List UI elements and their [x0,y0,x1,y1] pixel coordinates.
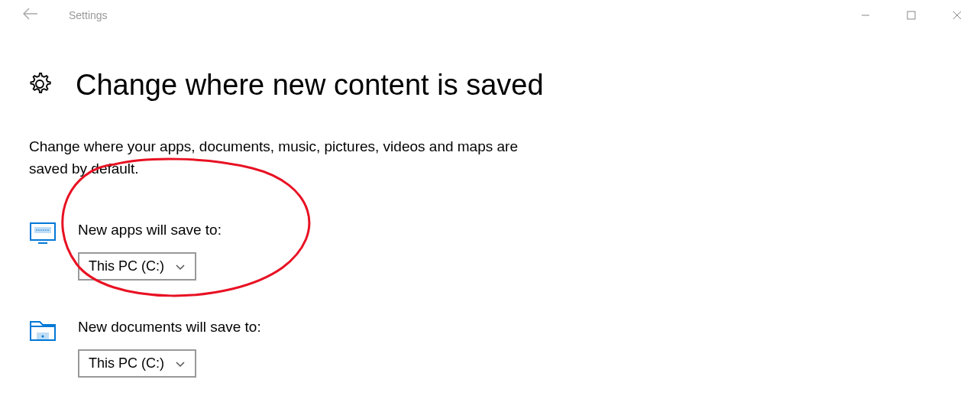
documents-setting-row: New documents will save to: This PC (C:) [29,319,980,378]
apps-dropdown-value: This PC (C:) [89,258,164,274]
chevron-down-icon [175,357,186,371]
svg-point-8 [47,229,49,231]
content-area: Change where your apps, documents, music… [29,136,980,378]
back-arrow-icon[interactable] [23,8,38,24]
minimize-button[interactable] [843,0,888,31]
chevron-down-icon [175,260,186,274]
svg-point-5 [40,229,42,231]
page-title: Change where new content is saved [76,69,544,102]
close-button[interactable] [934,0,980,31]
svg-point-7 [45,229,47,231]
apps-setting-content: New apps will save to: This PC (C:) [78,222,222,281]
maximize-button[interactable] [888,0,934,31]
svg-point-3 [36,229,37,231]
apps-dropdown[interactable]: This PC (C:) [78,252,196,281]
apps-setting-row: New apps will save to: This PC (C:) [29,222,980,281]
svg-point-12 [42,336,44,338]
documents-dropdown-value: This PC (C:) [89,355,164,371]
documents-label: New documents will save to: [78,319,261,336]
gear-icon [27,71,53,100]
svg-point-4 [38,229,40,231]
svg-point-6 [43,229,44,231]
window-controls [843,0,980,31]
page-header: Change where new content is saved [27,69,980,102]
app-title: Settings [69,9,108,21]
apps-icon [29,222,57,245]
documents-icon [29,319,57,342]
documents-dropdown[interactable]: This PC (C:) [78,349,196,378]
documents-setting-content: New documents will save to: This PC (C:) [78,319,261,378]
description-text: Change where your apps, documents, music… [29,136,522,180]
svg-rect-0 [907,11,915,19]
apps-label: New apps will save to: [78,222,222,238]
titlebar: Settings [0,0,980,31]
